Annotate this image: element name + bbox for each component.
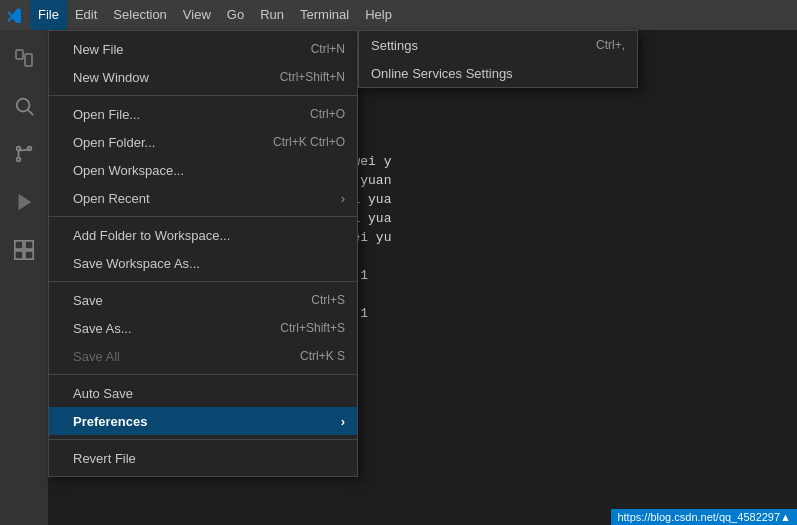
- menu-save[interactable]: Save Ctrl+S: [49, 286, 357, 314]
- menu-revert-file[interactable]: Revert File: [49, 444, 357, 472]
- menu-terminal[interactable]: Terminal: [292, 0, 357, 30]
- menu-open-recent[interactable]: Open Recent ›: [49, 184, 357, 212]
- run-debug-icon[interactable]: [0, 178, 48, 226]
- menu-open-folder[interactable]: Open Folder... Ctrl+K Ctrl+O: [49, 128, 357, 156]
- svg-rect-8: [15, 241, 23, 249]
- svg-line-3: [28, 110, 33, 115]
- activity-bar: [0, 30, 48, 525]
- svg-rect-9: [25, 241, 33, 249]
- file-menu-dropdown: New File Ctrl+N New Window Ctrl+Shift+N …: [48, 30, 358, 477]
- menu-edit[interactable]: Edit: [67, 0, 105, 30]
- url-tooltip: https://blog.csdn.net/qq_4582297▲: [611, 509, 797, 525]
- menu-run[interactable]: Run: [252, 0, 292, 30]
- open-recent-arrow: ›: [341, 191, 345, 206]
- menu-open-file[interactable]: Open File... Ctrl+O: [49, 100, 357, 128]
- preferences-submenu: Settings Ctrl+, Online Services Settings: [358, 30, 638, 88]
- menu-preferences[interactable]: Preferences ›: [49, 407, 357, 435]
- svg-rect-0: [16, 50, 23, 59]
- vscode-icon: [4, 5, 24, 25]
- menu-save-all: Save All Ctrl+K S: [49, 342, 357, 370]
- menu-section-new: New File Ctrl+N New Window Ctrl+Shift+N: [49, 31, 357, 96]
- menu-add-folder[interactable]: Add Folder to Workspace...: [49, 221, 357, 249]
- explorer-icon[interactable]: [0, 34, 48, 82]
- submenu-online-services[interactable]: Online Services Settings: [359, 59, 637, 87]
- menu-help[interactable]: Help: [357, 0, 400, 30]
- extensions-icon[interactable]: [0, 226, 48, 274]
- menu-view[interactable]: View: [175, 0, 219, 30]
- svg-rect-10: [25, 251, 33, 259]
- menu-open-workspace[interactable]: Open Workspace...: [49, 156, 357, 184]
- menu-go[interactable]: Go: [219, 0, 252, 30]
- menu-file[interactable]: File: [30, 0, 67, 30]
- menu-section-save: Save Ctrl+S Save As... Ctrl+Shift+S Save…: [49, 282, 357, 375]
- submenu-settings[interactable]: Settings Ctrl+,: [359, 31, 637, 59]
- menu-selection[interactable]: Selection: [105, 0, 174, 30]
- menu-save-workspace-as[interactable]: Save Workspace As...: [49, 249, 357, 277]
- menu-new-window[interactable]: New Window Ctrl+Shift+N: [49, 63, 357, 91]
- svg-point-2: [17, 99, 30, 112]
- svg-rect-1: [25, 54, 32, 66]
- menu-section-workspace: Add Folder to Workspace... Save Workspac…: [49, 217, 357, 282]
- menu-section-autosave: Auto Save Preferences ›: [49, 375, 357, 440]
- menu-section-revert: Revert File: [49, 440, 357, 476]
- menu-auto-save[interactable]: Auto Save: [49, 379, 357, 407]
- menu-section-open: Open File... Ctrl+O Open Folder... Ctrl+…: [49, 96, 357, 217]
- menu-new-file[interactable]: New File Ctrl+N: [49, 35, 357, 63]
- svg-rect-11: [15, 251, 23, 259]
- source-control-icon[interactable]: [0, 130, 48, 178]
- search-icon[interactable]: [0, 82, 48, 130]
- menu-bar: File Edit Selection View Go Run Terminal…: [0, 0, 797, 30]
- svg-marker-7: [19, 194, 32, 211]
- preferences-arrow: ›: [341, 414, 345, 429]
- svg-point-6: [17, 158, 21, 162]
- menu-save-as[interactable]: Save As... Ctrl+Shift+S: [49, 314, 357, 342]
